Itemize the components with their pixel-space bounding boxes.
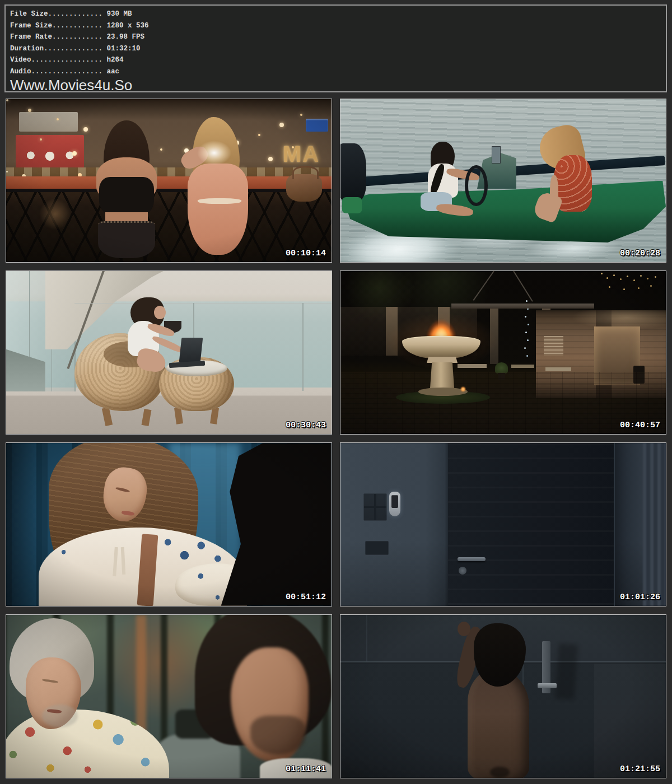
stone-pedestal xyxy=(430,362,455,390)
media-info-row: Audio.................aac xyxy=(10,66,660,78)
light-switch-panel xyxy=(363,493,388,521)
media-info-label: File Size xyxy=(10,10,48,18)
video-frame-thumbnail-night-market: MA 00:10:14 xyxy=(6,99,332,263)
media-info-value: h264 xyxy=(102,56,124,64)
handbag-handle xyxy=(292,166,319,179)
bench xyxy=(545,367,571,372)
boat-windshield xyxy=(492,146,501,164)
media-info-label: Frame Rate xyxy=(10,33,52,41)
pedestal-cap xyxy=(427,357,458,363)
older-man-stubble xyxy=(42,704,78,727)
thumbnail-grid: MA 00:10:14 xyxy=(6,99,666,778)
media-info-leader: ............ xyxy=(52,33,102,41)
wooden-door xyxy=(448,443,615,606)
media-info-value: aac xyxy=(102,68,119,76)
media-info-leader: ............. xyxy=(48,10,103,18)
media-info-leader: .............. xyxy=(44,45,102,53)
fixture-shadow xyxy=(555,643,578,700)
frame-timestamp: 00:40:57 xyxy=(620,421,660,430)
keypad-buttons xyxy=(391,495,398,508)
video-frame-thumbnail-woman-blouse: 00:51:12 xyxy=(6,442,332,606)
tile-grout-vertical xyxy=(366,615,367,661)
brick-pavement xyxy=(340,372,666,434)
dark-left-edge xyxy=(6,443,39,606)
outboard-motor xyxy=(340,143,366,202)
frame-timestamp: 01:21:55 xyxy=(620,764,660,774)
curtain-edge xyxy=(643,443,666,606)
site-watermark: Www.Movies4u.So xyxy=(10,78,660,93)
media-info-leader: ................. xyxy=(31,56,103,64)
media-info-row: Frame Size............1280 x 536 xyxy=(10,20,660,32)
frame-timestamp: 00:10:14 xyxy=(286,249,326,258)
balustrade-post xyxy=(302,303,304,391)
laptop-screen xyxy=(179,338,203,362)
blue-sign xyxy=(306,119,329,132)
dress-sash xyxy=(198,198,241,204)
woman-left-black-top xyxy=(99,177,153,217)
video-frame-thumbnail-two-men: 01:11:41 xyxy=(6,614,332,778)
frame-timestamp: 00:51:12 xyxy=(286,592,326,602)
media-info-row: Video.................h264 xyxy=(10,54,660,66)
wall-signage xyxy=(544,336,563,356)
video-frame-thumbnail-dark-door: 01:01:26 xyxy=(340,442,666,606)
media-info-row: Duration..............01:32:10 xyxy=(10,43,660,55)
bar-counter xyxy=(6,176,332,189)
media-info-row: Frame Rate............23.98 FPS xyxy=(10,31,660,43)
preview-sheet: File Size.............930 MB Frame Size.… xyxy=(0,0,672,784)
phone-light-flare xyxy=(192,137,237,169)
woman-right-dress xyxy=(188,164,248,255)
lattice-railing xyxy=(6,189,332,263)
media-info-label: Duration xyxy=(10,45,44,53)
media-info-value: 01:32:10 xyxy=(102,45,141,53)
media-info-label: Frame Size xyxy=(10,22,52,30)
light-tile-patch xyxy=(594,664,666,778)
driver-leg xyxy=(436,203,474,218)
media-info-row: File Size.............930 MB xyxy=(10,8,660,20)
media-info-label: Video xyxy=(10,56,31,64)
frame-timestamp: 00:30:43 xyxy=(286,421,326,430)
frame-timestamp: 01:01:26 xyxy=(620,592,660,602)
media-info-panel: File Size.............930 MB Frame Size.… xyxy=(4,4,667,92)
frame-timestamp: 00:20:28 xyxy=(620,249,660,258)
woman-face xyxy=(154,306,166,319)
media-info-value: 1280 x 536 xyxy=(102,22,149,30)
door-lock-rosette xyxy=(459,567,466,574)
wall-outlet xyxy=(365,541,389,555)
media-info-label: Audio xyxy=(10,68,31,76)
fairy-light-strand xyxy=(601,273,603,274)
pedestal-base xyxy=(418,388,467,396)
video-frame-thumbnail-balcony: 00:30:43 xyxy=(6,270,332,435)
small-flame xyxy=(461,387,465,391)
video-frame-thumbnail-shower: 01:21:55 xyxy=(340,614,666,778)
video-frame-thumbnail-boat: 00:20:28 xyxy=(340,99,666,263)
driver-figure xyxy=(412,142,484,226)
media-info-value: 930 MB xyxy=(102,10,132,18)
warm-window-frame xyxy=(136,615,146,732)
figure-hand xyxy=(458,622,470,636)
media-info-leader: ............ xyxy=(52,22,102,30)
woman-left-figure xyxy=(91,120,162,262)
white-banner xyxy=(19,112,78,132)
media-info-value: 23.98 FPS xyxy=(102,33,144,41)
door-handle xyxy=(458,557,485,562)
video-frame-thumbnail-courtyard: 00:40:57 xyxy=(340,270,666,435)
figure-lower-shadow xyxy=(490,767,510,778)
woman-left-shorts xyxy=(98,221,155,258)
motor-bracket xyxy=(342,197,362,213)
media-info-leader: ................. xyxy=(31,68,103,76)
string-lights xyxy=(6,99,8,101)
younger-man-beard xyxy=(250,716,306,755)
frame-timestamp: 01:11:41 xyxy=(286,764,326,774)
woman-legs xyxy=(136,347,167,374)
seated-woman-figure xyxy=(114,297,179,382)
shower-bracket xyxy=(538,683,557,688)
passenger-figure xyxy=(536,127,601,227)
steering-wheel xyxy=(465,165,487,206)
foreground-silhouette xyxy=(221,443,332,606)
